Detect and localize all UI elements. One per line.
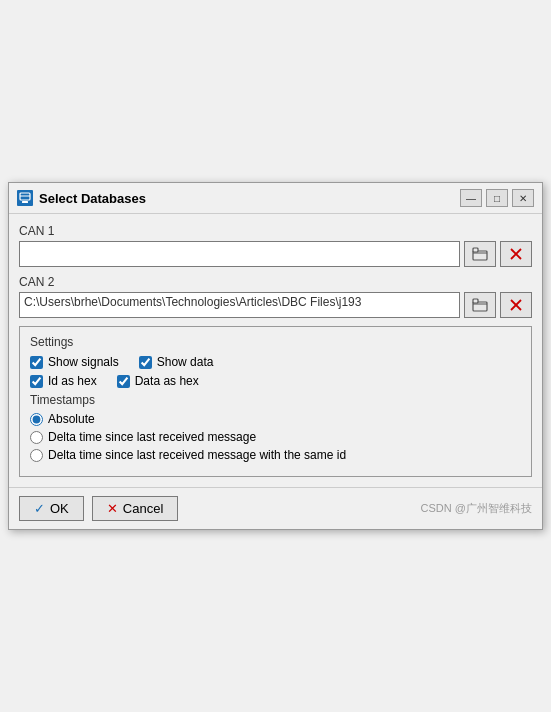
absolute-radio-item[interactable]: Absolute <box>30 412 521 426</box>
cancel-button[interactable]: ✕ Cancel <box>92 496 178 521</box>
show-signals-checkbox[interactable] <box>30 356 43 369</box>
select-databases-window: Select Databases — □ ✕ CAN 1 <box>8 182 543 530</box>
window-icon <box>17 190 33 206</box>
id-as-hex-checkbox-item[interactable]: Id as hex <box>30 374 97 388</box>
ok-button[interactable]: ✓ OK <box>19 496 84 521</box>
id-as-hex-label[interactable]: Id as hex <box>48 374 97 388</box>
show-signals-label[interactable]: Show signals <box>48 355 119 369</box>
minimize-button[interactable]: — <box>460 189 482 207</box>
delta-last-label[interactable]: Delta time since last received message <box>48 430 256 444</box>
id-as-hex-checkbox[interactable] <box>30 375 43 388</box>
show-data-label[interactable]: Show data <box>157 355 214 369</box>
close-button[interactable]: ✕ <box>512 189 534 207</box>
settings-row2: Id as hex Data as hex <box>30 374 521 388</box>
delta-last-radio[interactable] <box>30 431 43 444</box>
can1-row <box>19 241 532 267</box>
settings-title: Settings <box>30 335 521 349</box>
can1-remove-button[interactable] <box>500 241 532 267</box>
content-area: CAN 1 CAN <box>9 214 542 487</box>
title-bar-left: Select Databases <box>17 190 146 206</box>
can2-section: CAN 2 C:\Users\brhe\Documents\Technologi… <box>19 275 532 318</box>
data-as-hex-checkbox-item[interactable]: Data as hex <box>117 374 199 388</box>
show-data-checkbox[interactable] <box>139 356 152 369</box>
ok-label: OK <box>50 501 69 516</box>
can2-browse-button[interactable] <box>464 292 496 318</box>
timestamps-title: Timestamps <box>30 393 521 407</box>
title-bar: Select Databases — □ ✕ <box>9 183 542 214</box>
can2-row: C:\Users\brhe\Documents\Technologies\Art… <box>19 292 532 318</box>
svg-rect-4 <box>473 248 478 252</box>
cancel-label: Cancel <box>123 501 163 516</box>
maximize-button[interactable]: □ <box>486 189 508 207</box>
window-title: Select Databases <box>39 191 146 206</box>
can1-label: CAN 1 <box>19 224 532 238</box>
data-as-hex-label[interactable]: Data as hex <box>135 374 199 388</box>
settings-row1: Show signals Show data <box>30 355 521 369</box>
show-data-checkbox-item[interactable]: Show data <box>139 355 214 369</box>
cancel-icon: ✕ <box>107 501 118 516</box>
delta-same-id-label[interactable]: Delta time since last received message w… <box>48 448 346 462</box>
can2-label: CAN 2 <box>19 275 532 289</box>
can2-remove-button[interactable] <box>500 292 532 318</box>
title-controls: — □ ✕ <box>460 189 534 207</box>
settings-section: Settings Show signals Show data Id as he… <box>19 326 532 477</box>
absolute-radio[interactable] <box>30 413 43 426</box>
delta-same-id-radio-item[interactable]: Delta time since last received message w… <box>30 448 521 462</box>
footer-buttons: ✓ OK ✕ Cancel <box>19 496 178 521</box>
can1-browse-button[interactable] <box>464 241 496 267</box>
footer: ✓ OK ✕ Cancel CSDN @广州智维科技 <box>9 487 542 529</box>
can2-path: C:\Users\brhe\Documents\Technologies\Art… <box>19 292 460 318</box>
svg-rect-2 <box>22 201 28 203</box>
svg-rect-8 <box>473 299 478 303</box>
data-as-hex-checkbox[interactable] <box>117 375 130 388</box>
can1-path <box>19 241 460 267</box>
can1-section: CAN 1 <box>19 224 532 267</box>
delta-last-radio-item[interactable]: Delta time since last received message <box>30 430 521 444</box>
ok-icon: ✓ <box>34 501 45 516</box>
delta-same-id-radio[interactable] <box>30 449 43 462</box>
absolute-label[interactable]: Absolute <box>48 412 95 426</box>
show-signals-checkbox-item[interactable]: Show signals <box>30 355 119 369</box>
watermark: CSDN @广州智维科技 <box>421 501 532 516</box>
